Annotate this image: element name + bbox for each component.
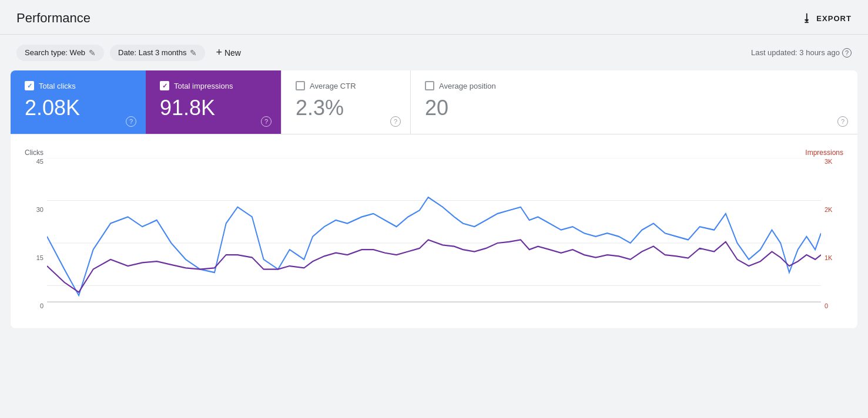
average-ctr-label: Average CTR <box>310 82 356 90</box>
y-axis-left: 45 30 15 0 <box>25 158 47 328</box>
plus-icon: + <box>216 46 222 59</box>
metric-total-clicks-header: Total clicks <box>25 81 132 90</box>
average-position-label: Average position <box>439 82 496 90</box>
impressions-axis-label: Impressions <box>805 149 843 157</box>
average-position-help-icon[interactable]: ? <box>837 116 848 127</box>
last-updated: Last updated: 3 hours ago ? <box>751 48 852 58</box>
total-clicks-value: 2.08K <box>25 96 132 123</box>
total-impressions-label: Total impressions <box>174 82 233 90</box>
metric-average-ctr[interactable]: Average CTR 2.3% ? <box>281 70 410 134</box>
metric-average-position-header: Average position <box>425 81 843 90</box>
header: Performance ⭳ EXPORT <box>0 0 868 34</box>
new-filter-button[interactable]: + New <box>211 43 246 62</box>
average-ctr-help-icon[interactable]: ? <box>390 116 401 127</box>
average-position-checkbox[interactable] <box>425 81 434 90</box>
total-clicks-checkbox[interactable] <box>25 81 34 90</box>
page: Performance ⭳ EXPORT Search type: Web ✎ … <box>0 0 868 418</box>
metric-total-clicks[interactable]: Total clicks 2.08K ? <box>11 70 146 134</box>
export-button[interactable]: ⭳ EXPORT <box>802 12 852 25</box>
total-clicks-help-icon[interactable]: ? <box>126 116 136 127</box>
edit-search-type-icon: ✎ <box>89 48 96 58</box>
chart-svg-container: 09/05/2024 18/05/2024 27/05/2024 05/06/2… <box>47 158 821 328</box>
clicks-axis-label: Clicks <box>25 149 43 157</box>
total-clicks-label: Total clicks <box>39 82 76 90</box>
average-ctr-value: 2.3% <box>296 96 396 123</box>
metric-total-impressions[interactable]: Total impressions 91.8K ? <box>146 70 281 134</box>
filters-row: Search type: Web ✎ Date: Last 3 months ✎… <box>0 35 868 70</box>
edit-date-icon: ✎ <box>190 48 197 58</box>
search-type-filter[interactable]: Search type: Web ✎ <box>16 45 104 61</box>
average-ctr-checkbox[interactable] <box>296 81 305 90</box>
export-icon: ⭳ <box>802 12 813 25</box>
chart-svg <box>47 158 821 328</box>
y-axis-right: 3K 2K 1K 0 <box>821 158 843 328</box>
page-title: Performance <box>16 11 91 26</box>
last-updated-help-icon[interactable]: ? <box>842 48 852 58</box>
metrics-row: Total clicks 2.08K ? Total impressions 9… <box>11 70 857 134</box>
total-impressions-help-icon[interactable]: ? <box>261 116 272 127</box>
metric-average-position[interactable]: Average position 20 ? <box>410 70 857 134</box>
filters-left: Search type: Web ✎ Date: Last 3 months ✎… <box>16 43 246 62</box>
average-position-value: 20 <box>425 96 843 123</box>
main-content: Total clicks 2.08K ? Total impressions 9… <box>11 70 857 328</box>
metric-average-ctr-header: Average CTR <box>296 81 396 90</box>
total-impressions-checkbox[interactable] <box>160 81 169 90</box>
metric-total-impressions-header: Total impressions <box>160 81 267 90</box>
chart-area: Clicks Impressions 45 30 15 0 <box>11 134 857 328</box>
date-filter[interactable]: Date: Last 3 months ✎ <box>110 45 205 61</box>
total-impressions-value: 91.8K <box>160 96 267 123</box>
